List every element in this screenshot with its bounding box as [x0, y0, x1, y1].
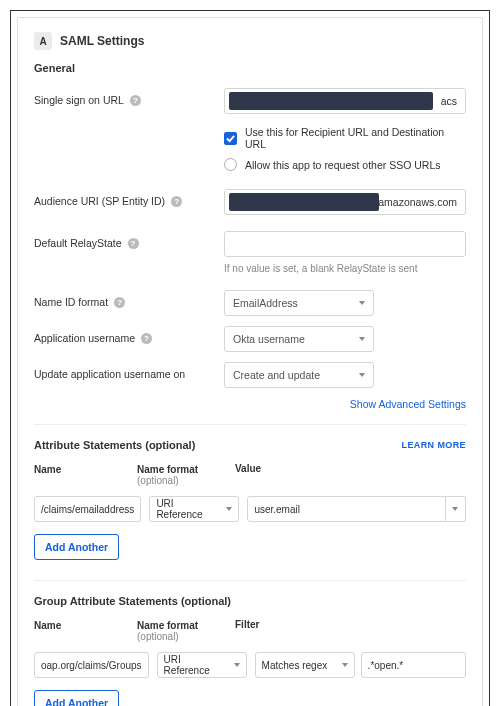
allow-other-radio[interactable]	[224, 158, 237, 171]
col-value-label: Value	[235, 463, 261, 474]
attr-value-input[interactable]: user.email	[247, 496, 446, 522]
redaction-bar	[229, 92, 433, 110]
group-filter-type-select[interactable]: Matches regex	[255, 652, 355, 678]
use-recipient-checkbox[interactable]	[224, 132, 237, 145]
audience-tail: amazonaws.com	[378, 196, 457, 208]
col-format-sub: (optional)	[137, 631, 227, 642]
update-on-row: Update application username on Create an…	[34, 362, 466, 388]
divider	[34, 580, 466, 581]
label-text: Update application username on	[34, 368, 185, 380]
update-on-select[interactable]: Create and update	[224, 362, 374, 388]
attr-row: /claims/emailaddress URI Reference user.…	[34, 496, 466, 522]
group-add-another-button[interactable]: Add Another	[34, 690, 119, 706]
update-on-label: Update application username on	[34, 362, 224, 380]
sso-url-input[interactable]: acs	[224, 88, 466, 114]
panel-title: SAML Settings	[60, 34, 144, 48]
attr-name-input[interactable]: /claims/emailaddress	[34, 496, 141, 522]
help-icon[interactable]: ?	[114, 297, 125, 308]
label-text: Default RelayState	[34, 237, 122, 249]
col-format-sub: (optional)	[137, 475, 227, 486]
general-heading: General	[34, 62, 466, 74]
group-row: oap.org/claims/Groups URI Reference Matc…	[34, 652, 466, 678]
group-heading: Group Attribute Statements (optional)	[34, 595, 231, 607]
col-format-label: Name format	[137, 620, 198, 631]
step-badge: A	[34, 32, 52, 50]
audience-row: Audience URI (SP Entity ID) ? amazonaws.…	[34, 189, 466, 215]
help-icon[interactable]: ?	[171, 196, 182, 207]
label-text: Single sign on URL	[34, 94, 124, 106]
relaystate-input[interactable]	[224, 231, 466, 257]
col-format-label: Name format	[137, 464, 198, 475]
attr-cols-header: Name Name format (optional) Value	[34, 463, 466, 486]
nameid-row: Name ID format ? EmailAddress	[34, 290, 466, 316]
label-text: Audience URI (SP Entity ID)	[34, 195, 165, 207]
group-cols-header: Name Name format (optional) Filter	[34, 619, 466, 642]
app-username-label: Application username ?	[34, 326, 224, 344]
attr-heading: Attribute Statements (optional)	[34, 439, 195, 451]
col-name-label: Name	[34, 620, 61, 631]
help-icon[interactable]: ?	[141, 333, 152, 344]
help-icon[interactable]: ?	[130, 95, 141, 106]
label-text: Name ID format	[34, 296, 108, 308]
saml-settings-panel: A SAML Settings General Single sign on U…	[17, 17, 483, 706]
sso-url-tail: acs	[441, 95, 457, 107]
attr-value-dropdown[interactable]	[446, 496, 466, 522]
nameid-select[interactable]: EmailAddress	[224, 290, 374, 316]
audience-input[interactable]: amazonaws.com	[224, 189, 466, 215]
learn-more-link[interactable]: LEARN MORE	[402, 440, 467, 450]
label-text: Application username	[34, 332, 135, 344]
relaystate-row: Default RelayState ?	[34, 231, 466, 257]
redaction-bar	[229, 193, 379, 211]
group-format-select[interactable]: URI Reference	[157, 652, 247, 678]
attr-header-row: Attribute Statements (optional) LEARN MO…	[34, 439, 466, 451]
relaystate-label: Default RelayState ?	[34, 231, 224, 249]
use-recipient-label: Use this for Recipient URL and Destinati…	[245, 126, 466, 150]
attr-format-select[interactable]: URI Reference	[149, 496, 239, 522]
help-icon[interactable]: ?	[128, 238, 139, 249]
sso-url-label: Single sign on URL ?	[34, 88, 224, 106]
group-filter-value-input[interactable]: .*open.*	[361, 652, 466, 678]
col-filter-label: Filter	[235, 619, 259, 630]
panel-header: A SAML Settings	[34, 32, 466, 50]
use-recipient-row: Use this for Recipient URL and Destinati…	[34, 122, 466, 154]
attr-add-another-button[interactable]: Add Another	[34, 534, 119, 560]
page-wrapper: A SAML Settings General Single sign on U…	[10, 10, 490, 706]
sso-url-row: Single sign on URL ? acs	[34, 88, 466, 114]
app-username-row: Application username ? Okta username	[34, 326, 466, 352]
group-header-row: Group Attribute Statements (optional)	[34, 595, 466, 607]
col-name-label: Name	[34, 464, 61, 475]
relaystate-help: If no value is set, a blank RelayState i…	[34, 259, 466, 274]
allow-other-label: Allow this app to request other SSO URLs	[245, 159, 441, 171]
allow-other-row: Allow this app to request other SSO URLs	[34, 154, 466, 175]
nameid-label: Name ID format ?	[34, 290, 224, 308]
divider	[34, 424, 466, 425]
app-username-select[interactable]: Okta username	[224, 326, 374, 352]
show-advanced-link[interactable]: Show Advanced Settings	[34, 398, 466, 410]
audience-label: Audience URI (SP Entity ID) ?	[34, 189, 224, 207]
group-name-input[interactable]: oap.org/claims/Groups	[34, 652, 149, 678]
